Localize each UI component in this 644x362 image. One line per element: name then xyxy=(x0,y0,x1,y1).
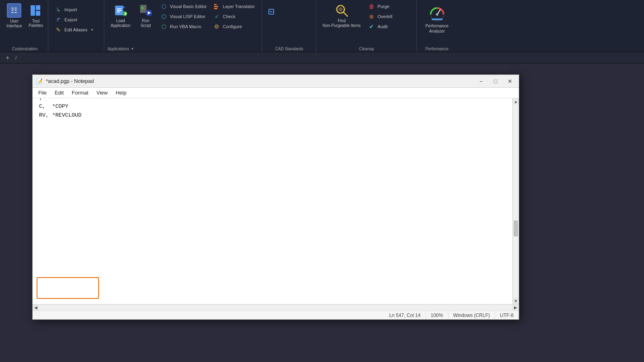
scroll-thumb-v[interactable] xyxy=(514,220,518,237)
notepad-menubar: File Edit Format View Help xyxy=(33,88,519,98)
applications-label: Applications ▼ xyxy=(107,46,259,52)
configure-button[interactable]: ⚙ Configure xyxy=(211,22,259,31)
import-icon: ↳ xyxy=(55,6,62,13)
cad-small-group xyxy=(265,2,314,16)
maximize-button[interactable]: □ xyxy=(490,77,501,86)
cad-standards-button[interactable] xyxy=(265,7,314,16)
load-app-label: LoadApplication xyxy=(111,19,130,28)
edit-aliases-button[interactable]: ✎ Edit Aliases ▼ xyxy=(52,25,101,35)
load-application-button[interactable]: LoadApplication xyxy=(107,2,134,31)
svg-rect-2 xyxy=(36,11,40,16)
scroll-up-arrow[interactable]: ▲ xyxy=(513,98,519,105)
layer-translator-label: Layer Translator xyxy=(223,4,255,9)
find-nonpurgeable-button[interactable]: FindNon-Purgeable Items xyxy=(320,2,364,31)
configure-icon: ⚙ xyxy=(213,23,221,30)
ribbon: ☷ User Interface Tool Palettes Customiza… xyxy=(0,0,644,52)
find-icon xyxy=(334,3,349,18)
svg-rect-10 xyxy=(140,5,147,13)
check-button[interactable]: ✓ Check xyxy=(211,12,259,21)
layer-translator-button[interactable]: Layer Translator xyxy=(211,2,259,11)
purge-icon: 🗑 xyxy=(368,3,375,10)
statusbar-zoom: 100% xyxy=(426,311,448,319)
overkill-label: Overkill xyxy=(378,14,392,19)
cui-icon: ☷ xyxy=(7,3,21,18)
audit-icon: ✔ xyxy=(368,23,375,30)
scroll-track-v[interactable] xyxy=(513,105,519,298)
run-script-button[interactable]: RunScript xyxy=(135,2,156,31)
scroll-track-h[interactable] xyxy=(39,304,512,311)
svg-rect-14 xyxy=(214,4,217,5)
export-icon: ↱ xyxy=(55,16,62,23)
performance-analyzer-label: PerformanceAnalyzer xyxy=(425,23,448,34)
svg-point-21 xyxy=(339,7,342,11)
visual-basic-editor-button[interactable]: ⬡ Visual Basic Editor xyxy=(158,2,209,11)
performance-analyzer-button[interactable]: PerformanceAnalyzer xyxy=(421,2,452,35)
import-export-group: ↳ Import ↱ Export ✎ Edit Aliases ▼ xyxy=(51,2,102,52)
palette-icon xyxy=(29,3,43,18)
import-label: Import xyxy=(64,7,77,12)
notepad-content-area: ▲ ▼ xyxy=(33,98,519,304)
apps-small-group: ⬡ Visual Basic Editor ⬡ Visual LISP Edit… xyxy=(158,2,209,31)
cleanup-section: FindNon-Purgeable Items 🗑 Purge ⊗ Overki… xyxy=(317,0,417,52)
configure-label: Configure xyxy=(223,24,242,29)
cad-standards-label: CAD Standards xyxy=(265,46,314,52)
edit-aliases-arrow: ▼ xyxy=(91,28,94,32)
svg-line-20 xyxy=(343,12,347,16)
tab-bar: + / xyxy=(0,52,644,64)
horizontal-scrollbar[interactable]: ◀ ▶ xyxy=(33,304,519,311)
tab-path: / xyxy=(15,55,17,61)
new-tab-button[interactable]: + xyxy=(3,53,12,62)
notepad-window: 📝 *acad.pgp - Notepad − □ ✕ File Edit Fo… xyxy=(32,74,519,320)
performance-analyzer-icon xyxy=(427,3,447,23)
scroll-down-arrow[interactable]: ▼ xyxy=(513,298,519,304)
run-script-label: RunScript xyxy=(140,19,151,28)
performance-section: PerformanceAnalyzer Performance xyxy=(417,0,456,52)
check-label: Check xyxy=(223,14,235,19)
cad-standards-section: CAD Standards xyxy=(263,0,316,52)
close-button[interactable]: ✕ xyxy=(504,77,516,86)
scroll-left-arrow[interactable]: ◀ xyxy=(33,304,39,311)
run-script-icon xyxy=(138,3,153,18)
menu-edit[interactable]: Edit xyxy=(51,89,68,97)
svg-rect-25 xyxy=(431,19,443,20)
statusbar-line-endings: Windows (CRLF) xyxy=(448,311,495,319)
svg-rect-1 xyxy=(36,5,40,10)
run-vba-macro-button[interactable]: ⬡ Run VBA Macro xyxy=(158,22,209,31)
notepad-textarea[interactable] xyxy=(33,98,117,123)
edit-aliases-icon: ✎ xyxy=(55,26,62,33)
minimize-button[interactable]: − xyxy=(475,77,487,86)
overkill-icon: ⊗ xyxy=(368,13,375,20)
purge-button[interactable]: 🗑 Purge xyxy=(365,2,414,11)
import-export-section: ↳ Import ↱ Export ✎ Edit Aliases ▼ xyxy=(49,0,104,52)
tool-palettes-button[interactable]: Tool Palettes xyxy=(26,2,45,29)
import-button[interactable]: ↳ Import xyxy=(52,5,101,14)
svg-rect-0 xyxy=(31,5,35,16)
scroll-right-arrow[interactable]: ▶ xyxy=(512,304,519,311)
svg-point-24 xyxy=(436,13,438,16)
vertical-scrollbar[interactable]: ▲ ▼ xyxy=(512,98,519,304)
notepad-app-icon: 📝 xyxy=(36,78,43,84)
audit-label: Audit xyxy=(378,24,388,29)
performance-label: Performance xyxy=(425,46,448,52)
visual-lisp-label: Visual LISP Editor xyxy=(170,14,205,19)
layer-translator-icon xyxy=(213,3,221,10)
cui-label: User Interface xyxy=(6,19,22,29)
selection-highlight xyxy=(37,277,99,299)
export-button[interactable]: ↱ Export xyxy=(52,15,101,25)
menu-help[interactable]: Help xyxy=(111,89,130,97)
audit-button[interactable]: ✔ Audit xyxy=(365,22,414,31)
menu-format[interactable]: Format xyxy=(68,89,92,97)
statusbar-encoding: UTF-8 xyxy=(495,311,519,319)
user-interface-button[interactable]: ☷ User Interface xyxy=(4,2,25,30)
edit-aliases-label: Edit Aliases xyxy=(64,27,87,32)
layer-translator-group: Layer Translator ✓ Check ⚙ Configure xyxy=(211,2,259,31)
cleanup-label: Cleanup xyxy=(320,46,414,52)
purge-label: Purge xyxy=(378,4,389,9)
visual-lisp-editor-button[interactable]: ⬡ Visual LISP Editor xyxy=(158,12,209,21)
menu-view[interactable]: View xyxy=(93,89,112,97)
run-vba-label: Run VBA Macro xyxy=(170,24,201,29)
visual-basic-label: Visual Basic Editor xyxy=(170,4,207,9)
menu-file[interactable]: File xyxy=(34,89,51,97)
notepad-statusbar: Ln 547, Col 14 100% Windows (CRLF) UTF-8 xyxy=(33,311,519,319)
overkill-button[interactable]: ⊗ Overkill xyxy=(365,12,414,21)
